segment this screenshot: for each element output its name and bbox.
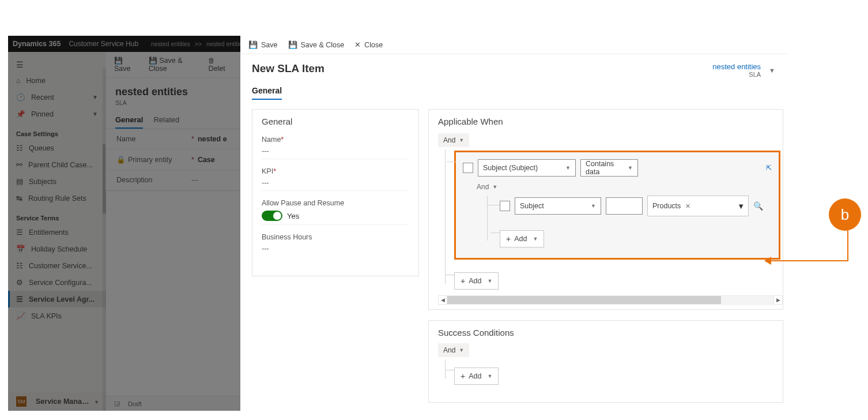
bg-field-grid: Name * nested e 🔒 Primary entity * Case … — [105, 129, 240, 191]
header-ref[interactable]: nested entities SLA ▼ — [712, 62, 775, 78]
nav-sla-label: Service Level Agr... — [29, 295, 98, 303]
highlighted-condition-group: Subject (Subject) ▼ Contains data ▼ ⇱ — [454, 151, 780, 260]
add-condition-inner-button[interactable]: + Add ▼ — [500, 230, 544, 247]
bg-tabs: General Related — [106, 112, 240, 129]
nav-item-holiday[interactable]: 📅Holiday Schedule — [8, 241, 106, 257]
root-and-operator[interactable]: And ▼ — [438, 133, 469, 147]
success-root-and[interactable]: And ▼ — [438, 343, 469, 357]
nav-item-queues[interactable]: ☷Queues — [8, 140, 106, 156]
bg-command-bar: 💾 Save 💾 Save & Close 🗑 Delet — [106, 52, 240, 78]
chevron-down-icon[interactable]: ▼ — [769, 67, 775, 74]
background-dimmed-app: Dynamics 365 Customer Service Hub nested… — [8, 36, 240, 411]
required-indicator: * — [281, 136, 284, 144]
routing-icon: ↹ — [16, 194, 22, 202]
branch-level-2: Subject ▼ Products — [482, 196, 772, 247]
bg-tab-general[interactable]: General — [115, 115, 143, 129]
chevron-down-icon: ▼ — [487, 373, 492, 379]
remove-tag-icon[interactable]: ✕ — [685, 202, 690, 210]
annotation-arrow-icon — [764, 257, 771, 265]
bg-save-close-button[interactable]: 💾 Save & Close — [149, 57, 199, 73]
fg-tabs: General — [240, 78, 787, 100]
general-card-title: General — [262, 117, 409, 126]
success-add-button[interactable]: + Add ▼ — [454, 367, 499, 385]
success-conditions-card: Success Conditions And ▼ + Add ▼ — [428, 320, 783, 403]
nav-item-entitlements[interactable]: ☰Entitlements — [8, 224, 106, 241]
field-kpi-value: --- — [262, 175, 409, 187]
nav-item-parent-child[interactable]: ⚯Parent Child Case... — [8, 156, 106, 173]
search-icon[interactable]: 🔍 — [753, 201, 763, 211]
nav-kpi-label: SLA KPIs — [31, 312, 98, 320]
fg-body: General Name* --- KPI* --- Allow Pause a… — [240, 100, 787, 411]
bg-saveclose-label: Save & Close — [149, 57, 183, 73]
bg-record-pane: 💾 Save 💾 Save & Close 🗑 Delet nested ent… — [106, 52, 240, 411]
field-selector-2[interactable]: Subject ▼ — [515, 197, 601, 215]
bg-breadcrumbs: nested entities >> nested entitie — [151, 40, 240, 47]
row-checkbox[interactable] — [500, 201, 510, 211]
right-column: Applicable When And ▼ Subject (Subject) … — [428, 109, 783, 411]
nav-subjects-label: Subjects — [29, 178, 98, 186]
expand-icon[interactable]: ◲ — [114, 400, 120, 407]
field-name[interactable]: Name* --- — [262, 136, 409, 159]
bg-field-name-label: Name — [116, 135, 135, 143]
required-indicator: * — [191, 135, 194, 143]
operator-selector-2[interactable] — [606, 197, 643, 215]
branch-level-1: Subject (Subject) ▼ Contains data ▼ ⇱ — [440, 151, 773, 290]
header-ref-type: SLA — [712, 71, 761, 78]
pin-icon: 📌 — [16, 110, 25, 118]
value-lookup[interactable]: Products ✕ ▼ — [647, 196, 749, 216]
bg-field-name[interactable]: Name * nested e — [106, 129, 240, 149]
nav-item-cust-service[interactable]: ☷Customer Service... — [8, 257, 106, 274]
operator-label: Contains data — [586, 160, 628, 176]
row-checkbox[interactable] — [463, 163, 473, 173]
add-outer-label: Add — [469, 277, 481, 285]
nav-item-sla[interactable]: ☰Service Level Agr... — [8, 291, 106, 308]
field-selector[interactable]: Subject (Subject) ▼ — [478, 159, 576, 177]
nav-item-sla-kpis[interactable]: 📈SLA KPIs — [8, 308, 106, 324]
bg-field-description[interactable]: Description --- — [106, 170, 240, 190]
operator-selector[interactable]: Contains data ▼ — [580, 159, 638, 177]
scroll-right-icon[interactable]: ▶ — [773, 295, 783, 305]
bg-delete-button[interactable]: 🗑 Delet — [208, 57, 232, 73]
field-kpi[interactable]: KPI* --- — [262, 167, 409, 191]
scroll-track[interactable] — [447, 295, 773, 305]
nav-item-recent[interactable]: 🕑 Recent ▼ — [8, 89, 106, 106]
field-name-value: --- — [262, 144, 409, 155]
nav-item-home[interactable]: ⌂ Home — [8, 73, 106, 89]
save-icon: 💾 — [114, 57, 123, 65]
hamburger-icon[interactable]: ☰ — [8, 57, 106, 73]
nav-scrollbar[interactable] — [103, 68, 106, 411]
horizontal-scrollbar[interactable]: ◀ ▶ — [438, 295, 783, 305]
save-button[interactable]: 💾Save — [248, 40, 278, 49]
field-pause[interactable]: Allow Pause and Resume Yes — [262, 199, 409, 225]
tab-general[interactable]: General — [252, 86, 282, 100]
scroll-left-icon[interactable]: ◀ — [438, 295, 447, 305]
field-business-hours[interactable]: Business Hours --- — [262, 233, 409, 256]
toggle-switch-on[interactable] — [262, 211, 282, 221]
nested-and-operator[interactable]: And ▼ — [477, 183, 497, 191]
nav-pinned-label: Pinned — [31, 110, 86, 118]
close-button[interactable]: ✕Close — [354, 40, 383, 49]
collapse-icon[interactable]: ⇱ — [766, 164, 772, 172]
save-close-button[interactable]: 💾Save & Close — [288, 40, 345, 49]
pause-toggle[interactable]: Yes — [262, 207, 409, 221]
scroll-thumb[interactable] — [447, 296, 721, 304]
bg-field-primary-entity[interactable]: 🔒 Primary entity * Case — [106, 149, 240, 170]
nav-item-service-config[interactable]: ⚙Service Configura... — [8, 274, 106, 291]
required-indicator: * — [191, 156, 194, 164]
nav-item-pinned[interactable]: 📌 Pinned ▼ — [8, 106, 106, 122]
bg-save-button[interactable]: 💾 Save — [114, 57, 139, 73]
nav-item-subjects[interactable]: ▤Subjects — [8, 173, 106, 190]
bg-tab-related[interactable]: Related — [153, 115, 179, 129]
success-add-row: + Add ▼ — [454, 361, 773, 385]
chevron-down-icon: ▼ — [533, 236, 538, 242]
nav-item-routing[interactable]: ↹Routing Rule Sets — [8, 190, 106, 207]
add-row-outer: + Add ▼ — [454, 265, 773, 290]
plus-icon: + — [506, 234, 511, 243]
annotation-line — [767, 260, 848, 261]
bg-app-name: Customer Service Hub — [69, 40, 138, 48]
clock-icon: 🕑 — [16, 93, 25, 102]
add-condition-outer-button[interactable]: + Add ▼ — [454, 272, 499, 290]
area-switcher[interactable]: SM Service Managem... ▾ — [8, 392, 106, 411]
annotation-bubble: b — [829, 198, 861, 231]
nav-scroll-thumb[interactable] — [103, 144, 106, 213]
